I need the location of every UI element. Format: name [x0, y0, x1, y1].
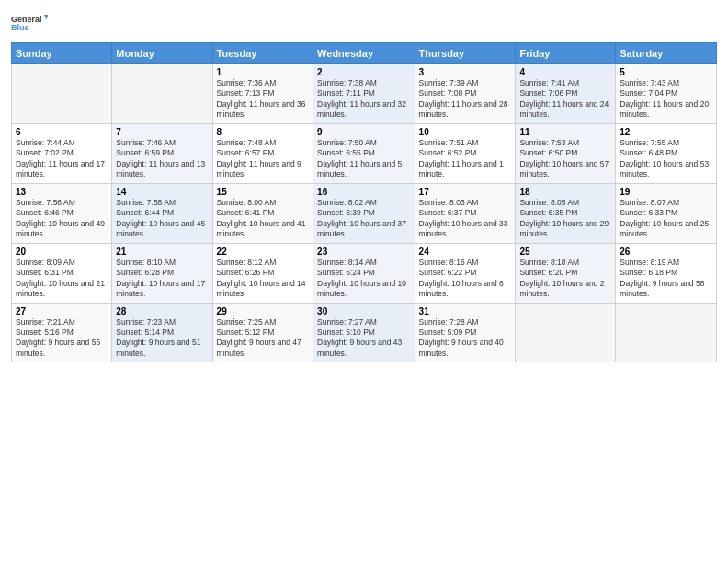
day-number: 19 [620, 187, 712, 197]
day-number: 20 [16, 247, 108, 257]
calendar-cell: 21Sunrise: 8:10 AMSunset: 6:28 PMDayligh… [112, 243, 212, 303]
day-number: 25 [519, 247, 611, 257]
calendar-cell: 3Sunrise: 7:39 AMSunset: 7:08 PMDaylight… [415, 64, 516, 124]
weekday-header-thursday: Thursday [415, 43, 516, 64]
calendar-cell: 14Sunrise: 7:58 AMSunset: 6:44 PMDayligh… [112, 183, 212, 243]
day-info: Sunrise: 8:00 AMSunset: 6:41 PMDaylight:… [217, 198, 309, 240]
day-number: 28 [116, 306, 208, 316]
day-number: 5 [620, 67, 712, 77]
svg-text:Blue: Blue [11, 23, 29, 32]
day-info: Sunrise: 7:25 AMSunset: 5:12 PMDaylight:… [217, 317, 309, 360]
weekday-header-sunday: Sunday [12, 43, 112, 64]
day-info: Sunrise: 8:09 AMSunset: 6:31 PMDaylight:… [16, 258, 108, 300]
day-info: Sunrise: 7:36 AMSunset: 7:13 PMDaylight:… [217, 78, 309, 121]
day-info: Sunrise: 8:12 AMSunset: 6:26 PMDaylight:… [217, 258, 309, 300]
day-info: Sunrise: 8:02 AMSunset: 6:39 PMDaylight:… [317, 198, 410, 240]
calendar-cell: 29Sunrise: 7:25 AMSunset: 5:12 PMDayligh… [212, 303, 313, 362]
day-info: Sunrise: 7:48 AMSunset: 6:57 PMDaylight:… [217, 138, 309, 180]
day-info: Sunrise: 8:10 AMSunset: 6:28 PMDaylight:… [116, 258, 208, 300]
day-info: Sunrise: 7:50 AMSunset: 6:55 PMDaylight:… [317, 138, 410, 180]
day-number: 9 [317, 127, 410, 137]
calendar-cell: 8Sunrise: 7:48 AMSunset: 6:57 PMDaylight… [212, 123, 313, 183]
calendar-week-2: 6Sunrise: 7:44 AMSunset: 7:02 PMDaylight… [12, 123, 717, 183]
weekday-header-tuesday: Tuesday [212, 43, 313, 64]
day-info: Sunrise: 7:55 AMSunset: 6:48 PMDaylight:… [620, 138, 712, 180]
svg-marker-2 [44, 15, 48, 19]
weekday-header-row: SundayMondayTuesdayWednesdayThursdayFrid… [12, 43, 717, 64]
calendar-cell: 1Sunrise: 7:36 AMSunset: 7:13 PMDaylight… [212, 64, 313, 124]
calendar-cell [12, 64, 112, 124]
day-number: 26 [620, 247, 712, 257]
day-info: Sunrise: 7:51 AMSunset: 6:52 PMDaylight:… [419, 138, 512, 180]
day-number: 1 [217, 67, 309, 77]
calendar-cell: 5Sunrise: 7:43 AMSunset: 7:04 PMDaylight… [616, 64, 717, 124]
calendar-cell: 24Sunrise: 8:16 AMSunset: 6:22 PMDayligh… [415, 243, 516, 303]
day-info: Sunrise: 8:16 AMSunset: 6:22 PMDaylight:… [419, 258, 512, 300]
calendar-cell: 7Sunrise: 7:46 AMSunset: 6:59 PMDaylight… [112, 123, 212, 183]
day-number: 30 [317, 306, 410, 316]
day-info: Sunrise: 7:58 AMSunset: 6:44 PMDaylight:… [116, 198, 208, 240]
day-info: Sunrise: 7:28 AMSunset: 5:09 PMDaylight:… [419, 317, 512, 360]
day-info: Sunrise: 7:21 AMSunset: 5:16 PMDaylight:… [16, 317, 108, 360]
day-info: Sunrise: 8:18 AMSunset: 6:20 PMDaylight:… [519, 258, 611, 300]
calendar-week-4: 20Sunrise: 8:09 AMSunset: 6:31 PMDayligh… [12, 243, 717, 303]
weekday-header-monday: Monday [112, 43, 212, 64]
calendar-table: SundayMondayTuesdayWednesdayThursdayFrid… [11, 42, 717, 362]
day-info: Sunrise: 7:53 AMSunset: 6:50 PMDaylight:… [519, 138, 611, 180]
day-number: 23 [317, 247, 410, 257]
calendar-cell: 18Sunrise: 8:05 AMSunset: 6:35 PMDayligh… [516, 183, 616, 243]
calendar-cell [516, 303, 616, 362]
day-info: Sunrise: 8:07 AMSunset: 6:33 PMDaylight:… [620, 198, 712, 240]
day-info: Sunrise: 7:44 AMSunset: 7:02 PMDaylight:… [16, 138, 108, 180]
day-info: Sunrise: 7:46 AMSunset: 6:59 PMDaylight:… [116, 138, 208, 180]
calendar-week-5: 27Sunrise: 7:21 AMSunset: 5:16 PMDayligh… [12, 303, 717, 362]
calendar-cell: 9Sunrise: 7:50 AMSunset: 6:55 PMDaylight… [313, 123, 415, 183]
calendar-cell: 6Sunrise: 7:44 AMSunset: 7:02 PMDaylight… [12, 123, 112, 183]
day-info: Sunrise: 7:56 AMSunset: 6:46 PMDaylight:… [16, 198, 108, 240]
day-info: Sunrise: 7:41 AMSunset: 7:06 PMDaylight:… [519, 78, 611, 121]
calendar-cell: 15Sunrise: 8:00 AMSunset: 6:41 PMDayligh… [212, 183, 313, 243]
calendar-cell: 23Sunrise: 8:14 AMSunset: 6:24 PMDayligh… [313, 243, 415, 303]
calendar-cell: 13Sunrise: 7:56 AMSunset: 6:46 PMDayligh… [12, 183, 112, 243]
day-number: 12 [620, 127, 712, 137]
day-number: 13 [16, 187, 108, 197]
calendar-cell: 11Sunrise: 7:53 AMSunset: 6:50 PMDayligh… [516, 123, 616, 183]
logo: General Blue [11, 9, 51, 37]
day-info: Sunrise: 7:38 AMSunset: 7:11 PMDaylight:… [317, 78, 410, 121]
day-number: 27 [16, 306, 108, 316]
day-info: Sunrise: 8:14 AMSunset: 6:24 PMDaylight:… [317, 258, 410, 300]
day-number: 14 [116, 187, 208, 197]
day-number: 22 [217, 247, 309, 257]
day-number: 8 [217, 127, 309, 137]
weekday-header-wednesday: Wednesday [313, 43, 415, 64]
calendar-cell: 25Sunrise: 8:18 AMSunset: 6:20 PMDayligh… [516, 243, 616, 303]
svg-text:General: General [11, 15, 42, 24]
day-number: 17 [419, 187, 512, 197]
calendar-cell: 22Sunrise: 8:12 AMSunset: 6:26 PMDayligh… [212, 243, 313, 303]
calendar-cell: 26Sunrise: 8:19 AMSunset: 6:18 PMDayligh… [616, 243, 717, 303]
day-number: 6 [16, 127, 108, 137]
day-number: 10 [419, 127, 512, 137]
day-number: 4 [519, 67, 611, 77]
calendar-cell: 2Sunrise: 7:38 AMSunset: 7:11 PMDaylight… [313, 64, 415, 124]
calendar-cell: 28Sunrise: 7:23 AMSunset: 5:14 PMDayligh… [112, 303, 212, 362]
weekday-header-friday: Friday [516, 43, 616, 64]
calendar-cell [112, 64, 212, 124]
calendar-cell: 30Sunrise: 7:27 AMSunset: 5:10 PMDayligh… [313, 303, 415, 362]
header: General Blue [11, 9, 717, 37]
calendar-cell: 12Sunrise: 7:55 AMSunset: 6:48 PMDayligh… [616, 123, 717, 183]
calendar-cell: 20Sunrise: 8:09 AMSunset: 6:31 PMDayligh… [12, 243, 112, 303]
calendar-week-1: 1Sunrise: 7:36 AMSunset: 7:13 PMDaylight… [12, 64, 717, 124]
day-number: 15 [217, 187, 309, 197]
day-info: Sunrise: 7:43 AMSunset: 7:04 PMDaylight:… [620, 78, 712, 121]
day-number: 2 [317, 67, 410, 77]
calendar-cell: 19Sunrise: 8:07 AMSunset: 6:33 PMDayligh… [616, 183, 717, 243]
day-number: 18 [519, 187, 611, 197]
day-info: Sunrise: 8:19 AMSunset: 6:18 PMDaylight:… [620, 258, 712, 300]
day-info: Sunrise: 7:27 AMSunset: 5:10 PMDaylight:… [317, 317, 410, 360]
day-info: Sunrise: 8:05 AMSunset: 6:35 PMDaylight:… [519, 198, 611, 240]
day-number: 29 [217, 306, 309, 316]
day-info: Sunrise: 7:39 AMSunset: 7:08 PMDaylight:… [419, 78, 512, 121]
weekday-header-saturday: Saturday [616, 43, 717, 64]
logo-svg: General Blue [11, 9, 48, 37]
